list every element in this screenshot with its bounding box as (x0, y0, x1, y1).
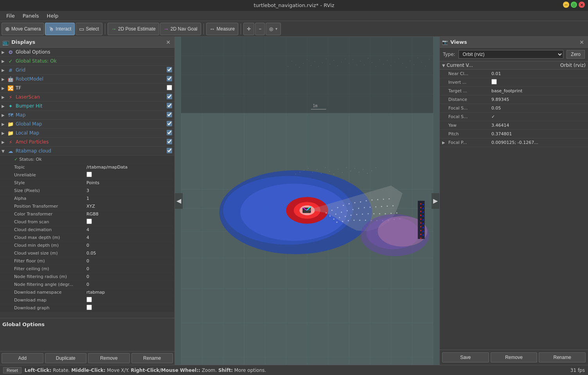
tree-item-global-options[interactable]: ▶ ⚙ Global Options (0, 48, 174, 57)
tree-item-global-map[interactable]: ▶ 📁 Global Map (0, 120, 174, 129)
interact-button[interactable]: 🖱 Interact (45, 23, 75, 35)
save-view-button[interactable]: Save (442, 352, 489, 362)
prop-alpha[interactable]: Alpha 1 (0, 195, 174, 203)
views-item-yaw[interactable]: Yaw 3.46414 (440, 121, 588, 130)
tree-item-rtabmap[interactable]: ▼ ☁ Rtabmap cloud (0, 147, 174, 156)
close-button[interactable]: ✕ (579, 2, 585, 8)
prop-node-radius[interactable]: Node filtering radius (m) 0 (0, 273, 174, 281)
prop-download-ns[interactable]: Download namespace rtabmap (0, 289, 174, 296)
remove-view-button[interactable]: Remove (491, 352, 538, 362)
tree-item-bumper-hit[interactable]: ▶ ✦ Bumper Hit (0, 102, 174, 111)
map-check[interactable] (167, 112, 173, 118)
laser-scan-check[interactable] (167, 94, 173, 100)
svg-point-103 (358, 208, 359, 209)
displays-panel-close[interactable]: ✕ (164, 39, 172, 45)
invert-checkbox[interactable] (491, 79, 497, 84)
viewport-nav-right[interactable]: ▶ (432, 193, 439, 209)
views-item-pitch[interactable]: Pitch 0.374801 (440, 130, 588, 138)
tree-item-map[interactable]: ▶ 🗺 Map (0, 111, 174, 120)
prop-download-graph: Download graph (0, 304, 174, 312)
tf-check[interactable] (167, 85, 173, 91)
views-item-focal-s1[interactable]: Focal S... 0.05 (440, 104, 588, 113)
tree-item-local-map[interactable]: ▶ 📁 Local Map (0, 129, 174, 138)
tree-item-global-status[interactable]: ▶ ✓ Global Status: Ok (0, 57, 174, 66)
svg-point-155 (423, 231, 424, 232)
global-map-check[interactable] (167, 121, 173, 127)
unreliable-checkbox[interactable] (86, 172, 92, 177)
rtabmap-check[interactable] (167, 148, 173, 154)
add-button[interactable]: Add (2, 353, 43, 363)
tree-arrow-amcl: ▶ (2, 140, 7, 144)
svg-point-61 (379, 59, 380, 60)
local-map-check[interactable] (167, 130, 173, 136)
rename-view-button[interactable]: Rename (539, 352, 586, 362)
amcl-check[interactable] (167, 139, 173, 145)
views-panel-close[interactable]: ✕ (578, 39, 586, 45)
nav-goal-button[interactable]: → 2D Nav Goal (160, 23, 201, 35)
views-current-header[interactable]: ▼ Current V... Orbit (rviz) (440, 61, 588, 70)
prop-style[interactable]: Style Points (0, 179, 174, 187)
prop-cloud-decimation[interactable]: Cloud decimation 4 (0, 226, 174, 234)
prop-topic[interactable]: Topic /rtabmap/mapData (0, 163, 174, 171)
rename-button[interactable]: Rename (131, 353, 173, 363)
prop-color-transform[interactable]: Color Transformer RGB8 (0, 210, 174, 218)
svg-point-69 (410, 60, 410, 61)
views-pitch-val: 0.374801 (491, 131, 586, 136)
bumper-hit-check[interactable] (167, 103, 173, 109)
prop-pos-transform[interactable]: Position Transformer XYZ (0, 203, 174, 210)
remove-button[interactable]: Remove (88, 353, 130, 363)
prop-style-key: Style (14, 180, 86, 185)
menu-panels[interactable]: Panels (19, 12, 43, 20)
views-type-label: Type: (443, 52, 455, 57)
views-item-distance[interactable]: Distance 9.89345 (440, 95, 588, 104)
tree-item-robot-model[interactable]: ▶ 🤖 RobotModel (0, 75, 174, 84)
extra-tool-1[interactable]: ✛ (243, 23, 254, 35)
svg-point-44 (326, 59, 327, 59)
extra-label-3: ▾ (275, 27, 277, 31)
measure-button[interactable]: ↔ Measure (206, 23, 239, 35)
views-item-near-clip[interactable]: Near Cl... 0.01 (440, 70, 588, 78)
viewport[interactable]: 1m ◀ ▶ (175, 37, 439, 365)
viewport-nav-left[interactable]: ◀ (175, 193, 183, 209)
views-near-clip-val: 0.01 (491, 71, 586, 76)
select-button[interactable]: ▭ Select (76, 23, 102, 35)
download-map-checkbox[interactable] (86, 297, 92, 302)
minimize-button[interactable]: ─ (563, 2, 569, 8)
download-graph-checkbox[interactable] (86, 305, 92, 310)
svg-point-58 (368, 58, 369, 59)
move-camera-label: Move Camera (11, 26, 41, 32)
extra-tool-3[interactable]: ◎ ▾ (266, 23, 281, 35)
move-camera-button[interactable]: ⊕ Move Camera (2, 23, 44, 35)
zero-button[interactable]: Zero (566, 50, 585, 59)
grid-check[interactable] (167, 67, 173, 73)
extra-tool-2[interactable]: − (255, 23, 265, 35)
prop-cloud-max-depth[interactable]: Cloud max depth (m) 4 (0, 234, 174, 242)
cloud-scan-checkbox[interactable] (86, 219, 92, 224)
prop-filter-floor[interactable]: Filter floor (m) 0 (0, 257, 174, 265)
views-item-target[interactable]: Target ... base_footprint (440, 87, 588, 95)
prop-node-angle[interactable]: Node filtering angle (degr... 0 (0, 281, 174, 289)
prop-cloud-min-depth[interactable]: Cloud min depth (m) 0 (0, 242, 174, 249)
menu-help[interactable]: Help (43, 12, 63, 20)
prop-cloud-voxel[interactable]: Cloud voxel size (m) 0.05 (0, 249, 174, 257)
tree-item-amcl[interactable]: ▶ ⚡ Amcl Particles (0, 138, 174, 147)
tree-item-tf[interactable]: ▶ 🔀 TF (0, 84, 174, 93)
pose-estimate-button[interactable]: → 2D Pose Estimate (108, 23, 159, 35)
toolbar-separator-3 (241, 23, 241, 34)
prop-color-transform-key: Color Transformer (14, 212, 86, 217)
views-type-select[interactable]: Orbit (rviz) FPS (rviz) ThirdPersonFollo… (459, 50, 564, 59)
maximize-button[interactable]: □ (571, 2, 577, 8)
prop-size[interactable]: Size (Pixels) 3 (0, 187, 174, 195)
svg-point-87 (331, 210, 333, 211)
prop-filter-ceiling[interactable]: Filter ceiling (m) 0 (0, 265, 174, 273)
views-item-focal-p[interactable]: ▶ Focal P... 0.0090125; -0.1267... (440, 138, 588, 147)
tree-item-laser-scan[interactable]: ▶ ⚡ LaserScan (0, 93, 174, 102)
robot-model-check[interactable] (167, 76, 173, 82)
reset-button[interactable]: Reset (3, 367, 22, 373)
prop-filter-floor-val: 0 (86, 258, 173, 264)
svg-point-157 (304, 170, 304, 170)
duplicate-button[interactable]: Duplicate (45, 353, 87, 363)
menu-file[interactable]: File (2, 12, 19, 20)
tree-item-grid[interactable]: ▶ # Grid (0, 66, 174, 75)
views-panel: 📷 Views ✕ Type: Orbit (rviz) FPS (rviz) … (439, 37, 588, 365)
